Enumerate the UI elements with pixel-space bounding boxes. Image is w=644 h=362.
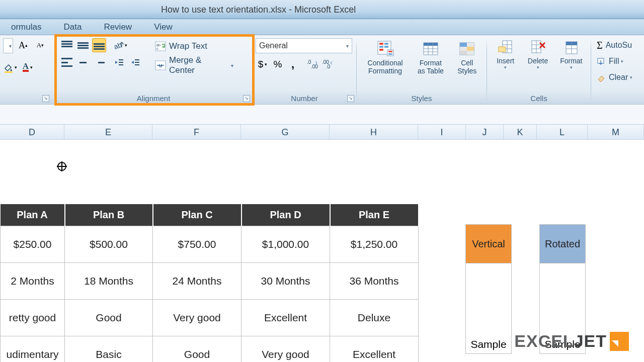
tab-review[interactable]: Review — [93, 19, 143, 35]
plan-cell[interactable]: Basic — [65, 336, 153, 363]
cf-label: Conditional Formatting — [368, 59, 403, 75]
title-bar: How to use text orientation.xlsx - Micro… — [0, 0, 644, 19]
insert-cells-button[interactable]: Insert▾ — [490, 37, 521, 72]
merge-label: Merge & Center — [169, 55, 228, 75]
plan-header[interactable]: Plan D — [242, 204, 330, 226]
plan-cell[interactable]: $1,000.00 — [242, 226, 330, 263]
column-header[interactable]: D — [0, 125, 64, 139]
format-cells-button[interactable]: Format▾ — [555, 37, 588, 72]
column-header[interactable]: K — [504, 125, 537, 139]
alignment-dialog-launcher[interactable]: ↘ — [243, 95, 250, 102]
column-header[interactable]: F — [152, 125, 241, 139]
vertical-sample: Sample — [466, 263, 511, 353]
svg-text:ab: ab — [156, 43, 160, 47]
tab-view[interactable]: View — [143, 19, 184, 35]
tab-data[interactable]: Data — [52, 19, 93, 35]
vertical-sample-box[interactable]: Vertical Sample — [465, 224, 512, 354]
delete-label: Delete — [528, 57, 548, 65]
column-headers[interactable]: DEFGHIJKLM — [0, 125, 644, 140]
align-middle-button[interactable] — [76, 38, 90, 52]
column-header[interactable]: G — [241, 125, 330, 139]
column-header[interactable]: J — [466, 125, 504, 139]
plan-header[interactable]: Plan A — [1, 204, 65, 226]
svg-rect-2 — [119, 59, 123, 60]
svg-rect-20 — [379, 49, 383, 51]
plan-cell[interactable]: $750.00 — [153, 226, 242, 263]
column-header[interactable]: L — [537, 125, 588, 139]
worksheet[interactable]: DEFGHIJKLM Plan APlan BPlan CPlan DPlan … — [0, 106, 644, 362]
plan-cell[interactable]: Good — [153, 336, 242, 363]
column-header[interactable]: I — [418, 125, 466, 139]
decrease-indent-button[interactable] — [112, 55, 126, 69]
column-header[interactable]: M — [588, 125, 644, 139]
font-dialog-launcher[interactable]: ↘ — [42, 95, 49, 102]
align-right-button[interactable] — [92, 55, 106, 69]
orientation-button[interactable]: ab ▾ — [112, 38, 128, 52]
decrease-font-button[interactable]: A▾ — [33, 38, 47, 52]
format-as-table-button[interactable]: Format as Table — [412, 37, 449, 77]
plans-table[interactable]: Plan APlan BPlan CPlan DPlan E$250.00$50… — [0, 204, 419, 362]
fat-label: Format as Table — [418, 59, 444, 75]
clear-label: Clear — [609, 73, 628, 82]
decrease-decimal-button[interactable]: .00.0 — [321, 57, 335, 71]
plan-cell[interactable]: Excellent — [242, 300, 330, 336]
tab-formulas[interactable]: ormulas — [0, 19, 52, 35]
cell-styles-button[interactable]: Cell Styles — [451, 37, 484, 77]
group-styles: Conditional Formatting Format as Table C… — [357, 35, 487, 104]
plan-cell[interactable]: udimentary — [1, 336, 65, 363]
svg-text:a: a — [159, 64, 162, 68]
align-bottom-button[interactable] — [92, 38, 106, 52]
plan-header[interactable]: Plan E — [330, 204, 419, 226]
delete-cells-button[interactable]: Delete▾ — [522, 37, 553, 72]
column-header[interactable]: H — [330, 125, 418, 139]
wrap-text-button[interactable]: abc Wrap Text — [151, 38, 237, 54]
increase-font-button[interactable]: A▴ — [16, 38, 30, 52]
plan-cell[interactable]: Good — [65, 300, 153, 336]
sigma-icon: Σ — [597, 40, 603, 51]
plan-cell[interactable]: 24 Months — [153, 263, 242, 300]
accounting-format-button[interactable]: $▾ — [256, 57, 270, 71]
number-dialog-launcher[interactable]: ↘ — [347, 95, 354, 102]
plan-header[interactable]: Plan C — [153, 204, 242, 226]
group-number: General▾ $▾ % , .0.00 .00.0 Number ↘ — [253, 35, 356, 104]
cell-styles-icon — [458, 40, 476, 58]
plan-cell[interactable]: Deluxe — [330, 300, 419, 336]
percent-format-button[interactable]: % — [271, 57, 285, 71]
cell-cursor-icon — [56, 161, 67, 175]
conditional-formatting-button[interactable]: Conditional Formatting — [360, 37, 411, 77]
plan-cell[interactable]: $250.00 — [1, 226, 65, 263]
autosum-button[interactable]: Σ AutoSu — [594, 38, 642, 52]
font-color-button[interactable]: A ▾ — [21, 60, 35, 74]
fill-color-button[interactable]: ▾ — [3, 60, 18, 74]
plan-cell[interactable]: 18 Months — [65, 263, 153, 300]
align-left-button[interactable] — [60, 55, 74, 69]
svg-rect-25 — [388, 53, 392, 55]
plan-cell[interactable]: $1,250.00 — [330, 226, 419, 263]
plan-cell[interactable]: 30 Months — [242, 263, 330, 300]
svg-text:.00: .00 — [311, 64, 318, 69]
plan-cell[interactable]: Very good — [153, 300, 242, 336]
increase-indent-button[interactable] — [128, 55, 142, 69]
window-title: How to use text orientation.xlsx - Micro… — [161, 5, 356, 15]
plan-cell[interactable]: Excellent — [330, 336, 419, 363]
fill-button[interactable]: Fill ▾ — [594, 54, 642, 68]
plan-cell[interactable]: retty good — [1, 300, 65, 336]
font-dropdown-partial[interactable]: ▾ — [3, 38, 13, 53]
plan-cell[interactable]: Very good — [242, 336, 330, 363]
merge-center-button[interactable]: a Merge & Center ▾ — [151, 57, 237, 73]
plan-cell[interactable]: $500.00 — [65, 226, 153, 263]
number-format-combo[interactable]: General▾ — [256, 38, 352, 53]
increase-decimal-button[interactable]: .0.00 — [306, 57, 320, 71]
plan-header[interactable]: Plan B — [65, 204, 153, 226]
conditional-formatting-icon — [376, 40, 394, 58]
group-label-alignment: Alignment — [58, 93, 249, 104]
column-header[interactable]: E — [64, 125, 152, 139]
align-top-button[interactable] — [60, 38, 74, 52]
svg-rect-34 — [467, 43, 474, 47]
clear-button[interactable]: Clear ▾ — [594, 70, 642, 84]
plan-cell[interactable]: 36 Months — [330, 263, 419, 300]
plan-cell[interactable]: 2 Months — [1, 263, 65, 300]
group-label-font: ↘ — [3, 93, 51, 104]
comma-format-button[interactable]: , — [286, 57, 300, 71]
align-center-button[interactable] — [76, 55, 90, 69]
